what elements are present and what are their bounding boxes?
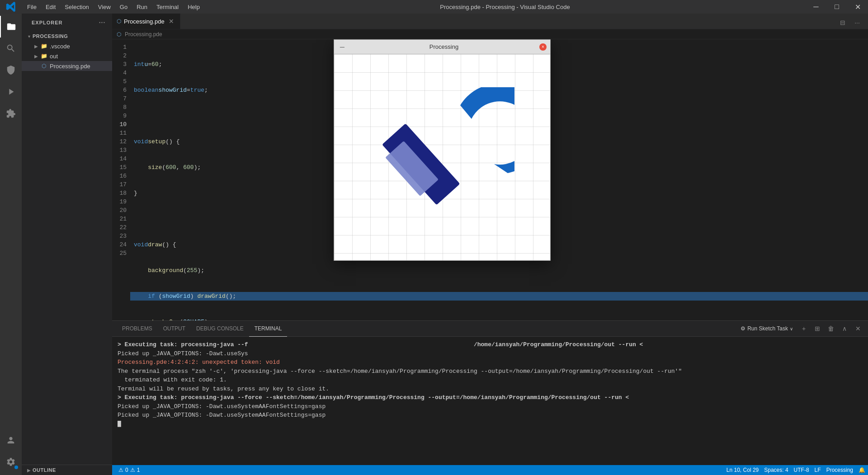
close-button[interactable]: ✕ [847, 0, 868, 14]
run-sketch-task-button[interactable]: ⚙ Run Sketch Task ∨ [737, 325, 797, 332]
sidebar-more-options[interactable]: ··· [98, 18, 107, 27]
menu-terminal[interactable]: Terminal [152, 4, 183, 10]
outline-arrow: ▶ [25, 466, 33, 474]
terminal-cursor: █ [118, 420, 863, 429]
title-bar: File Edit Selection View Go Run Terminal… [0, 0, 868, 14]
breadcrumb-file[interactable]: Processing.pde [125, 31, 162, 38]
menu-run[interactable]: Run [132, 4, 152, 10]
status-eol[interactable]: LF [812, 465, 824, 475]
activity-explorer[interactable] [0, 16, 22, 38]
tab-bar: ⬡ Processing.pde ✕ ⊟ ··· [112, 14, 868, 29]
tree-item-processing-pde[interactable]: ⬡ Processing.pde [22, 61, 112, 71]
processing-window-title: Processing [349, 43, 539, 50]
status-notifications[interactable]: 🔔 [856, 465, 868, 475]
sidebar-header-icons: ··· [98, 18, 107, 27]
spaces-label: Spaces: 4 [764, 467, 788, 473]
status-language[interactable]: Processing [824, 465, 856, 475]
tab-close-button[interactable]: ✕ [167, 17, 175, 25]
folder-icon-vscode: 📁 [40, 42, 48, 50]
tab-debug-console[interactable]: DEBUG CONSOLE [191, 321, 249, 337]
error-icon: ⚠ [118, 467, 123, 473]
activity-source-control[interactable] [0, 59, 22, 81]
vscode-logo [0, 0, 23, 14]
breadcrumb-icon: ⬡ [117, 31, 121, 38]
notifications-icon: 🔔 [859, 467, 865, 473]
run-task-label: Run Sketch Task [747, 325, 788, 332]
title-bar-left: File Edit Selection View Go Run Terminal… [0, 0, 204, 14]
tree-label-vscode: .vscode [50, 43, 70, 50]
tab-label: Processing.pde [124, 18, 165, 25]
activity-bar-bottom [0, 429, 22, 475]
run-task-chevron: ∨ [790, 326, 793, 331]
encoding-label: UTF-8 [794, 467, 809, 473]
processing-titlebar: ─ Processing × [334, 40, 550, 54]
main-layout: explorer ··· ▾ PROCESSING ▶ 📁 .vscode ▶ … [0, 14, 868, 475]
more-actions-button[interactable]: ··· [851, 16, 863, 29]
sidebar-section-label: PROCESSING [33, 33, 68, 39]
tab-output[interactable]: OUTPUT [158, 321, 191, 337]
activity-extensions[interactable] [0, 103, 22, 124]
minimize-button[interactable]: ─ [806, 0, 826, 14]
terminal-line-1: > Executing task: processing-java --f /h… [118, 340, 863, 349]
maximize-button[interactable]: □ [826, 0, 847, 14]
terminal-line-12: Picked up _JAVA_OPTIONS: -Dawt.useSystem… [118, 402, 863, 411]
processing-minimize-button[interactable]: ─ [338, 42, 347, 52]
line-numbers: 12345 678910 1112131415 1617181920 21222… [112, 39, 130, 320]
split-terminal-button[interactable]: ⊞ [811, 322, 824, 335]
outline-label: OUTLINE [33, 467, 56, 473]
tree-item-vscode[interactable]: ▶ 📁 .vscode [22, 41, 112, 51]
menu-go[interactable]: Go [115, 4, 132, 10]
terminal-content[interactable]: > Executing task: processing-java --f /h… [112, 337, 868, 465]
new-terminal-button[interactable]: + [797, 322, 810, 335]
eol-label: LF [815, 467, 821, 473]
activity-run-debug[interactable] [0, 81, 22, 103]
processing-close-button[interactable]: × [539, 43, 547, 51]
terminal-line-5: The terminal process "zsh '-c', 'process… [118, 367, 863, 376]
status-encoding[interactable]: UTF-8 [791, 465, 812, 475]
tab-processing-pde[interactable]: ⬡ Processing.pde ✕ [112, 14, 180, 29]
maximize-panel-button[interactable]: ∧ [838, 322, 851, 335]
tab-toolbar: ⊟ ··· [836, 16, 868, 29]
activity-account[interactable] [0, 429, 22, 451]
title-bar-controls: ─ □ ✕ [806, 0, 868, 14]
activity-settings[interactable] [0, 451, 22, 473]
terminal-line-8: Terminal will be reused by tasks, press … [118, 385, 863, 394]
menu-view[interactable]: View [94, 4, 115, 10]
sidebar-title: explorer [32, 20, 63, 25]
editor-terminal-container: 12345 678910 1112131415 1617181920 21222… [112, 39, 868, 465]
menu-selection[interactable]: Selection [60, 4, 93, 10]
outline-section-header[interactable]: ▶ OUTLINE [22, 465, 112, 475]
activity-bar [0, 14, 22, 475]
activity-search[interactable] [0, 38, 22, 59]
out-arrow: ▶ [33, 52, 40, 60]
sidebar-tree: ▾ PROCESSING ▶ 📁 .vscode ▶ 📁 out ⬡ Proce… [22, 29, 112, 73]
sidebar-section-processing[interactable]: ▾ PROCESSING [22, 31, 112, 41]
menu-file[interactable]: File [23, 4, 41, 10]
status-errors[interactable]: ⚠ 0 ⚠ 1 [116, 465, 142, 475]
status-spaces[interactable]: Spaces: 4 [761, 465, 791, 475]
menu-edit[interactable]: Edit [41, 4, 60, 10]
panel-tabs: PROBLEMS OUTPUT DEBUG CONSOLE TERMINAL ⚙… [112, 321, 868, 337]
tab-problems[interactable]: PROBLEMS [117, 321, 158, 337]
outline-section: ▶ OUTLINE [22, 465, 112, 475]
tree-item-out[interactable]: ▶ 📁 out [22, 51, 112, 61]
menu-help[interactable]: Help [183, 4, 204, 10]
kill-terminal-button[interactable]: 🗑 [825, 322, 837, 335]
language-label: Processing [826, 467, 853, 473]
tab-terminal[interactable]: TERMINAL [249, 321, 288, 337]
menu-bar: File Edit Selection View Go Run Terminal… [23, 4, 204, 10]
split-editor-button[interactable]: ⊟ [836, 16, 849, 29]
code-line-9: background(255); [130, 266, 868, 275]
processing-window[interactable]: ─ Processing × [334, 39, 551, 261]
close-panel-button[interactable]: ✕ [852, 322, 864, 335]
code-line-10: if (showGrid) drawGrid(); [130, 292, 868, 301]
status-position[interactable]: Ln 10, Col 29 [724, 465, 761, 475]
sidebar-header: explorer ··· [22, 14, 112, 29]
settings-badge [14, 466, 18, 469]
tab-file-icon: ⬡ [117, 18, 121, 24]
panel-toolbar: ⚙ Run Sketch Task ∨ + ⊞ 🗑 ∧ ✕ [737, 322, 868, 335]
terminal-line-3: Picked up _JAVA_OPTIONS: -Dawt.useSys [118, 349, 863, 358]
editor-area[interactable]: 12345 678910 1112131415 1617181920 21222… [112, 39, 868, 320]
vscode-arrow: ▶ [33, 42, 40, 50]
breadcrumb: ⬡ Processing.pde [112, 29, 868, 39]
